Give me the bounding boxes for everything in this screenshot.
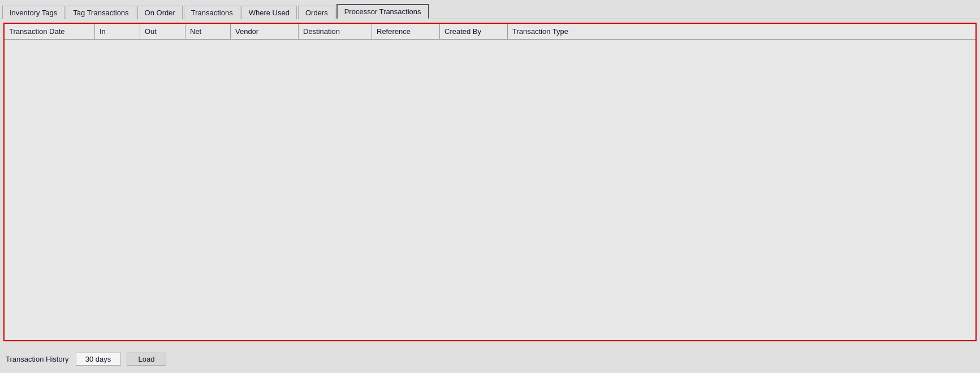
app-container: Inventory TagsTag TransactionsOn OrderTr… — [0, 0, 980, 373]
processor-transactions-table: Transaction DateInOutNetVendorDestinatio… — [3, 23, 977, 341]
tab-tag-transactions[interactable]: Tag Transactions — [66, 6, 136, 19]
col-header-reference: Reference — [372, 24, 440, 39]
load-button[interactable]: Load — [127, 353, 167, 366]
col-header-transaction-date: Transaction Date — [5, 24, 95, 39]
col-header-transaction-type: Transaction Type — [508, 24, 587, 39]
col-header-created-by: Created By — [440, 24, 508, 39]
col-header-net: Net — [185, 24, 231, 39]
col-header-out: Out — [140, 24, 185, 39]
tab-on-order[interactable]: On Order — [137, 6, 183, 19]
tab-inventory-tags[interactable]: Inventory Tags — [2, 6, 64, 19]
tab-where-used[interactable]: Where Used — [241, 6, 297, 19]
tab-orders[interactable]: Orders — [298, 6, 335, 19]
table-header: Transaction DateInOutNetVendorDestinatio… — [5, 24, 975, 40]
tab-transactions[interactable]: Transactions — [184, 6, 240, 19]
table-body — [5, 40, 975, 338]
tab-processor-transactions[interactable]: Processor Transactions — [336, 4, 429, 19]
tab-bar: Inventory TagsTag TransactionsOn OrderTr… — [0, 0, 980, 19]
col-header-in: In — [95, 24, 140, 39]
days-input[interactable] — [76, 353, 121, 366]
col-header-destination: Destination — [299, 24, 372, 39]
bottom-bar: Transaction History Load — [0, 345, 980, 373]
transaction-history-label: Transaction History — [6, 355, 69, 363]
content-area: Transaction DateInOutNetVendorDestinatio… — [0, 19, 980, 345]
col-header-vendor: Vendor — [231, 24, 299, 39]
